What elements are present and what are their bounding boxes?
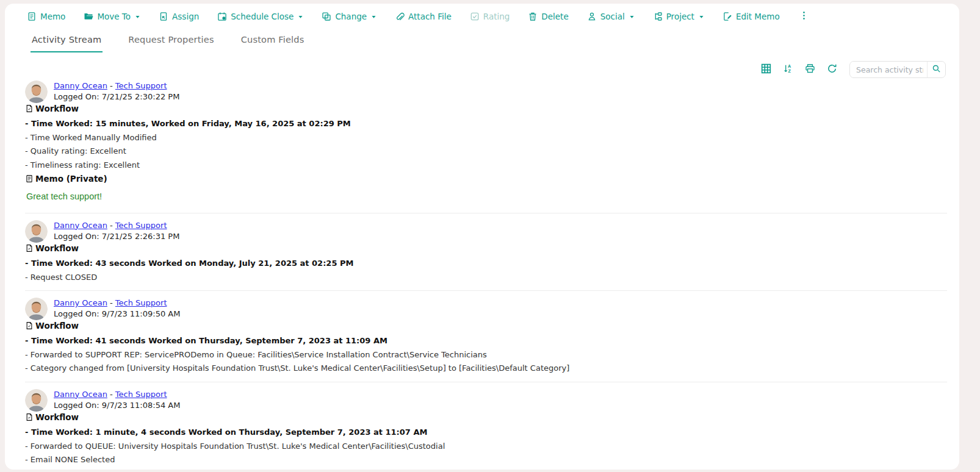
toolbar-button-edit-memo[interactable]: Edit Memo	[722, 12, 780, 21]
search-button[interactable]	[927, 62, 945, 77]
workflow-label: Workflow	[35, 243, 79, 253]
sort-az-button[interactable]: AZ	[781, 63, 794, 76]
toolbar-button-memo[interactable]: Memo	[27, 12, 65, 21]
workflow-icon	[25, 321, 34, 330]
workflow-icon	[25, 244, 34, 252]
activity-stream-list: Danny Ocean - Tech Support Logged On: 7/…	[5, 79, 959, 470]
toolbar-button-label: Social	[600, 12, 625, 21]
workflow-detail-line: - Category changed from [University Hosp…	[25, 363, 947, 373]
memo-note-icon	[25, 174, 34, 183]
svg-text:Z: Z	[788, 68, 791, 74]
more-actions-button[interactable]	[798, 10, 810, 23]
logged-on-text: Logged On: 9/7/23 11:09:50 AM	[54, 309, 180, 318]
toolbar-button-attach-file[interactable]: Attach File	[395, 12, 452, 21]
folder-icon	[84, 12, 93, 21]
team-link[interactable]: Tech Support	[115, 221, 167, 230]
chevron-down-icon	[699, 14, 704, 20]
print-button[interactable]	[803, 63, 816, 76]
avatar[interactable]	[25, 389, 48, 412]
logged-on-text: Logged On: 9/7/23 11:08:54 AM	[54, 401, 180, 410]
toolbar-button-label: Rating	[483, 12, 510, 21]
change-icon	[322, 12, 331, 21]
tab-bar: Activity StreamRequest PropertiesCustom …	[5, 26, 959, 52]
toolbar-button-move-to[interactable]: Move To	[84, 12, 140, 21]
refresh-icon	[827, 63, 837, 76]
toolbar-button-project[interactable]: Project	[653, 12, 704, 21]
activity-entry: Danny Ocean - Tech Support Logged On: 9/…	[25, 298, 947, 382]
toolbar-button-schedule-close[interactable]: Schedule Close	[217, 12, 303, 21]
user-link[interactable]: Danny Ocean	[54, 390, 107, 399]
team-link[interactable]: Tech Support	[115, 81, 167, 90]
toolbar-button-label: Move To	[97, 12, 131, 21]
toolbar-button-social[interactable]: Social	[587, 12, 635, 21]
entry-header: Danny Ocean - Tech Support Logged On: 7/…	[25, 220, 947, 243]
time-worked-line: - Time Worked: 1 minute, 4 seconds Worke…	[25, 427, 947, 437]
toolbar-button-label: Project	[666, 12, 694, 21]
workflow-detail-line: - Time Worked Manually Modified	[25, 133, 947, 143]
toolbar-button-delete[interactable]: Delete	[528, 12, 568, 21]
grid-view-button[interactable]	[759, 63, 773, 76]
workflow-detail-line: - Forwarded to QUEUE: University Hospita…	[25, 442, 947, 451]
avatar[interactable]	[25, 298, 48, 320]
activity-stream-toolbar: AZ	[5, 52, 959, 79]
action-toolbar: MemoMove ToAssignSchedule CloseChangeAtt…	[5, 4, 959, 26]
grid-view-icon	[761, 63, 771, 76]
memo-body-text: Great tech support!	[26, 191, 947, 201]
entry-header-text: Danny Ocean - Tech Support Logged On: 9/…	[54, 389, 180, 412]
calendar-icon	[217, 12, 227, 21]
paperclip-icon	[395, 12, 405, 21]
workflow-icon	[25, 413, 34, 421]
workflow-section-title: Workflow	[25, 321, 947, 331]
chevron-down-icon	[629, 14, 635, 20]
workflow-label: Workflow	[35, 321, 79, 331]
print-icon	[805, 63, 815, 76]
activity-entry: Danny Ocean - Tech Support Logged On: 7/…	[25, 80, 947, 213]
tab-custom-fields[interactable]: Custom Fields	[240, 31, 306, 52]
entry-header: Danny Ocean - Tech Support Logged On: 7/…	[25, 80, 947, 103]
user-link[interactable]: Danny Ocean	[54, 298, 107, 307]
toolbar-button-label: Change	[335, 12, 367, 21]
kebab-menu-icon	[799, 13, 809, 23]
refresh-button[interactable]	[825, 63, 838, 76]
workflow-detail-line: - Request CLOSED	[25, 273, 947, 282]
activity-entry: Danny Ocean - Tech Support Logged On: 9/…	[25, 389, 947, 470]
team-link[interactable]: Tech Support	[115, 390, 167, 399]
workflow-icon	[25, 104, 34, 113]
logged-on-text: Logged On: 7/21/25 2:30:22 PM	[54, 92, 179, 101]
memo-label: Memo (Private)	[35, 174, 107, 184]
tab-activity-stream[interactable]: Activity Stream	[31, 31, 103, 52]
user-photo	[25, 389, 48, 412]
time-worked-line: - Time Worked: 15 minutes, Worked on Fri…	[25, 119, 947, 128]
team-link[interactable]: Tech Support	[115, 298, 167, 307]
name-separator: -	[110, 81, 115, 90]
chevron-down-icon	[135, 14, 140, 20]
request-detail-panel: MemoMove ToAssignSchedule CloseChangeAtt…	[5, 4, 959, 470]
project-icon	[653, 12, 663, 21]
workflow-detail-line: - Email NONE Selected	[25, 455, 947, 465]
workflow-section-title: Workflow	[25, 243, 947, 253]
avatar[interactable]	[25, 80, 48, 103]
chevron-down-icon	[371, 14, 377, 20]
user-link[interactable]: Danny Ocean	[54, 81, 107, 90]
memo-note-icon	[25, 469, 34, 470]
workflow-detail-line: - Timeliness rating: Excellent	[25, 160, 947, 170]
memo-section-title: Memo (Private)	[25, 174, 947, 184]
entry-header-text: Danny Ocean - Tech Support Logged On: 7/…	[54, 220, 179, 243]
person-icon	[587, 12, 597, 21]
sort-az-icon: AZ	[783, 63, 793, 76]
avatar[interactable]	[25, 220, 48, 243]
search-input[interactable]	[850, 65, 927, 74]
rating-icon	[470, 12, 480, 21]
user-link[interactable]: Danny Ocean	[54, 221, 107, 230]
workflow-label: Workflow	[35, 412, 79, 422]
time-worked-line: - Time Worked: 41 seconds Worked on Thur…	[25, 336, 947, 345]
detail-lines: - Request CLOSED	[25, 273, 947, 282]
toolbar-button-change[interactable]: Change	[322, 12, 377, 21]
workflow-detail-line: - Forwarded to SUPPORT REP: ServicePRODe…	[25, 350, 947, 360]
logged-on-text: Logged On: 7/21/25 2:26:31 PM	[54, 232, 179, 241]
activity-search	[849, 61, 946, 78]
assign-icon	[159, 12, 168, 21]
toolbar-button-assign[interactable]: Assign	[159, 12, 199, 21]
tab-request-properties[interactable]: Request Properties	[127, 31, 215, 52]
toolbar-button-label: Edit Memo	[736, 12, 780, 21]
